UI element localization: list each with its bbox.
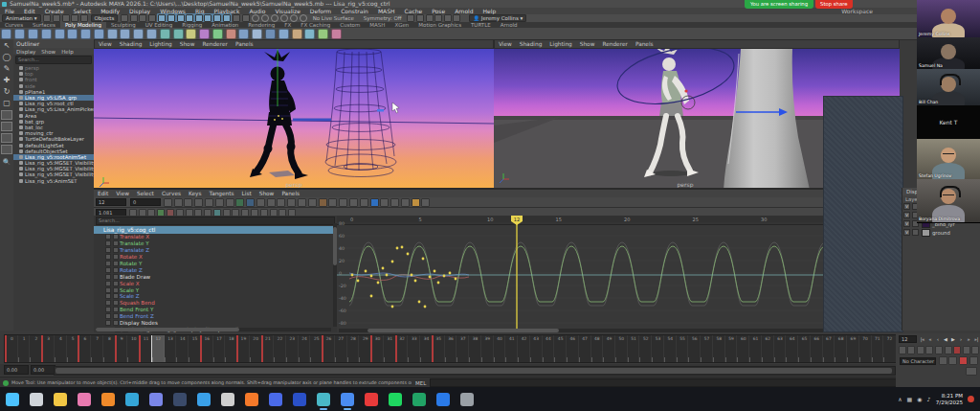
- participant-video-samuel-na[interactable]: Samuel Na: [917, 37, 980, 70]
- menu-file[interactable]: File: [0, 8, 19, 14]
- participant-video-bill-chan[interactable]: Bill Chan: [917, 69, 980, 106]
- playback-button-6[interactable]: »: [965, 335, 972, 343]
- menu-edit[interactable]: Edit: [19, 8, 40, 14]
- timeline-frame-4[interactable]: 4: [54, 335, 67, 362]
- timeline-frame-25[interactable]: 25: [309, 335, 323, 362]
- shelf-icon-6[interactable]: [80, 29, 91, 39]
- timeline-frame-14[interactable]: 14: [175, 335, 189, 362]
- timeline-frame-61[interactable]: 61: [748, 335, 762, 362]
- ge-toolbar-icon[interactable]: [215, 198, 224, 207]
- outliner-item-16[interactable]: Lisa_rig_v5:MGSET_Visibility_LISA_wigs: [13, 160, 94, 166]
- timeline-frame-30[interactable]: 30: [370, 335, 384, 362]
- timeline-frame-52[interactable]: 52: [638, 335, 652, 362]
- ge-toolbar-icon[interactable]: [226, 198, 234, 207]
- toolbar-file-icon[interactable]: [43, 14, 51, 22]
- shelf-icon-22[interactable]: [292, 29, 302, 39]
- channel-toggle[interactable]: [105, 281, 111, 286]
- ge-toolbar-icon[interactable]: [298, 198, 306, 207]
- history-icon[interactable]: [252, 14, 259, 22]
- outliner-item-19[interactable]: Lisa_rig_v5:AnimSET: [13, 178, 94, 184]
- timeline-frame-54[interactable]: 54: [663, 335, 677, 362]
- timeline-frame-13[interactable]: 13: [164, 335, 177, 362]
- ge-menu-show[interactable]: Show: [256, 191, 278, 196]
- viewport-left[interactable]: ViewShadingLightingShowRendererPanels: [94, 39, 494, 188]
- tray-icon-1[interactable]: ▦: [907, 396, 913, 402]
- timeline-frame-1[interactable]: 1: [17, 335, 31, 362]
- ge-channel-1[interactable]: Translate Y: [94, 240, 337, 247]
- timeline-frame-64[interactable]: 64: [785, 335, 798, 362]
- ge-menu-tangents[interactable]: Tangents: [206, 191, 238, 196]
- timeline-frame-11[interactable]: 11: [139, 335, 152, 362]
- layout-shortcut-2[interactable]: [1, 133, 12, 143]
- channel-toggle[interactable]: [113, 320, 119, 326]
- timeline-frame-45[interactable]: 45: [553, 335, 567, 362]
- participant-video-stefan-ugrinov[interactable]: Stefan Ugrinov: [917, 139, 980, 180]
- toolbar-file-icon[interactable]: [71, 14, 78, 22]
- shelf-icon-8[interactable]: [107, 29, 118, 39]
- channel-toggle[interactable]: [105, 267, 111, 273]
- zoom-tool-icon[interactable]: 🔍: [2, 156, 12, 167]
- render-icon[interactable]: [426, 14, 434, 22]
- mel-input[interactable]: [430, 378, 948, 387]
- timeline-frame-47[interactable]: 47: [578, 335, 591, 362]
- shelf-icon-13[interactable]: [173, 29, 184, 39]
- taskbar-clock[interactable]: 8:21 PM 7/29/2025: [936, 393, 963, 405]
- participant-video-boryana-dimitrova[interactable]: Boryana Dimitrova: [917, 179, 980, 223]
- vp-menu-renderer[interactable]: Renderer: [598, 41, 631, 47]
- selection-mask-icon[interactable]: [139, 14, 146, 22]
- render-icon[interactable]: [407, 14, 414, 22]
- channel-toggle[interactable]: [113, 234, 119, 240]
- recording-indicator-icon[interactable]: [968, 396, 974, 402]
- playback-button-7[interactable]: »|: [972, 335, 980, 343]
- anim-option-icon[interactable]: [971, 346, 979, 354]
- channel-toggle[interactable]: [105, 261, 111, 266]
- taskbar-photoshop-icon[interactable]: [293, 393, 306, 406]
- ge-channel-9[interactable]: Scale Z: [94, 293, 337, 300]
- timeline-frame-17[interactable]: 17: [212, 335, 226, 362]
- layout-shortcut-3[interactable]: [1, 145, 12, 154]
- channel-toggle[interactable]: [105, 240, 111, 246]
- vp-menu-shading[interactable]: Shading: [516, 41, 546, 47]
- vp-menu-show[interactable]: Show: [176, 41, 199, 47]
- channel-toggle[interactable]: [113, 240, 119, 246]
- anim-option-icon[interactable]: [899, 346, 906, 354]
- ge-toolbar-icon[interactable]: [370, 198, 379, 207]
- timeline-frame-16[interactable]: 16: [200, 335, 213, 362]
- timeline-frame-53[interactable]: 53: [651, 335, 664, 362]
- timeline-frame-35[interactable]: 35: [432, 335, 445, 362]
- objects-dropdown[interactable]: Objects: [91, 14, 119, 22]
- snap-icon[interactable]: [195, 14, 203, 22]
- channel-toggle[interactable]: [113, 307, 119, 312]
- participant-video-jeremy-collins[interactable]: Jeremy Collins: [917, 0, 980, 38]
- playback-button-1[interactable]: «: [926, 335, 934, 343]
- playback-button-4[interactable]: ▶: [949, 335, 957, 343]
- range-slider-track[interactable]: [54, 366, 896, 376]
- timeline-frame-36[interactable]: 36: [444, 335, 457, 362]
- timeline-frame-20[interactable]: 20: [249, 335, 262, 362]
- vp-menu-show[interactable]: Show: [576, 41, 599, 47]
- ge-toolbar-icon[interactable]: [256, 198, 265, 207]
- timeline-frame-40[interactable]: 40: [493, 335, 506, 362]
- time-slider[interactable]: 0123456789101112131415161718192021222324…: [4, 334, 898, 363]
- anim-option-icon[interactable]: [925, 346, 933, 354]
- shelf-icon-0[interactable]: [1, 29, 11, 39]
- vp-menu-view[interactable]: View: [495, 41, 516, 47]
- timeline-frame-57[interactable]: 57: [700, 335, 713, 362]
- selection-mask-icon[interactable]: [148, 14, 156, 22]
- ge-toolbar-icon[interactable]: [319, 198, 327, 207]
- channel-toggle[interactable]: [105, 247, 111, 253]
- shelf-icon-16[interactable]: [212, 29, 223, 39]
- shelf-icon-2[interactable]: [28, 29, 38, 39]
- timeline-frame-6[interactable]: 6: [78, 335, 91, 362]
- ge-menu-keys[interactable]: Keys: [185, 191, 206, 196]
- timeline-frame-51[interactable]: 51: [627, 335, 640, 362]
- channel-toggle[interactable]: [113, 254, 119, 260]
- channel-toggle[interactable]: [105, 287, 111, 293]
- ge-toolbar-icon[interactable]: [308, 198, 317, 207]
- ge-menu-panels[interactable]: Panels: [278, 191, 303, 196]
- scale-tool-icon[interactable]: ▢: [2, 98, 12, 108]
- shelf-icon-12[interactable]: [160, 29, 170, 39]
- shelf-icon-15[interactable]: [199, 29, 210, 39]
- ge-toolbar-icon[interactable]: [380, 198, 389, 207]
- history-icon[interactable]: [271, 14, 278, 22]
